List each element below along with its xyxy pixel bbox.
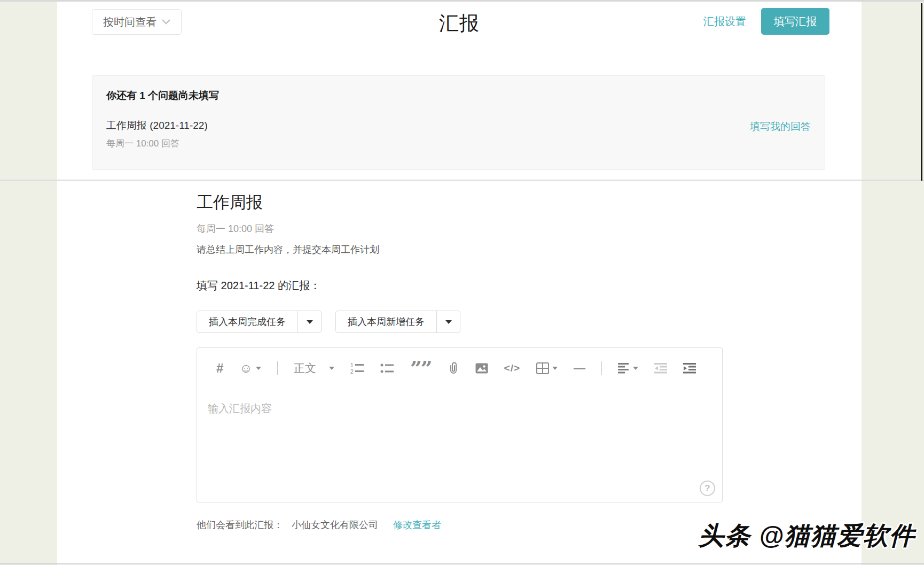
layout-layer: 按时间查看 汇报 汇报设置 填写汇报 你还有 1 个问题尚未填写 工作周报 (2… [57,2,862,565]
viewers-label: 他们会看到此汇报： [197,518,283,531]
report-form: 工作周报 每周一 10:00 回答 请总结上周工作内容，并提交本周工作计划 填写… [197,191,723,531]
outdent-button[interactable] [654,363,667,374]
unanswered-notice-card: 你还有 1 个问题尚未填写 工作周报 (2021-11-22) 每周一 10:0… [92,75,825,170]
insert-done-dropdown-toggle[interactable] [297,311,321,332]
insert-new-dropdown-toggle[interactable] [436,311,460,332]
section-divider [0,180,924,181]
ordered-list-icon: 1 2 [350,362,364,374]
insert-new-tasks-button[interactable]: 插入本周新增任务 [336,311,436,332]
insert-done-split-button: 插入本周完成任务 [197,311,322,333]
fill-report-button[interactable]: 填写汇报 [761,8,829,35]
image-icon [475,363,488,374]
toolbar-divider [601,361,602,375]
notice-item-row: 工作周报 (2021-11-22) 每周一 10:00 回答 填写我的回答 [106,119,811,150]
help-button[interactable]: ? [700,481,715,496]
answer-now-link[interactable]: 填写我的回答 [750,120,811,134]
report-description: 请总结上周工作内容，并提交本周工作计划 [197,243,723,256]
paperclip-icon [448,362,459,375]
report-title: 工作周报 [197,191,723,214]
insert-table-button[interactable] [536,362,558,374]
topic-hash-button[interactable]: # [216,361,223,376]
outdent-icon [654,363,667,374]
alignment-dropdown-button[interactable] [618,363,638,374]
insert-new-split-button: 插入本周新增任务 [335,311,460,333]
code-block-button[interactable]: </> [504,362,520,374]
page: 按时间查看 汇报 汇报设置 填写汇报 你还有 1 个问题尚未填写 工作周报 (2… [0,0,924,565]
right-edge-line [921,3,922,181]
viewers-company: 小仙女文化有限公司 [292,518,378,531]
bullet-list-button[interactable] [380,362,394,374]
report-editor: # ☺ 正文 1 2 [197,347,723,502]
attachment-button[interactable] [448,362,459,375]
notice-item: 工作周报 (2021-11-22) 每周一 10:00 回答 [106,119,208,150]
toolbar-divider [277,361,278,375]
blockquote-button[interactable]: ”” [410,363,432,374]
emoji-icon: ☺ [239,362,253,375]
bottom-divider [0,563,924,564]
caret-down-icon [552,367,558,370]
bullet-list-icon [380,362,394,374]
caret-down-icon [307,320,313,324]
paragraph-style-caret[interactable] [329,367,334,370]
svg-text:1: 1 [350,362,354,368]
question-mark-icon: ? [704,483,710,494]
editor-placeholder: 输入汇报内容 [208,401,272,416]
report-settings-link[interactable]: 汇报设置 [703,14,746,29]
table-icon [536,362,549,374]
svg-text:2: 2 [350,369,354,374]
edit-viewers-link[interactable]: 修改查看者 [393,518,441,531]
insert-image-button[interactable] [475,363,488,374]
quote-icon: ”” [410,363,432,374]
indent-button[interactable] [683,363,696,374]
align-left-icon [618,363,630,374]
caret-down-icon [633,367,638,370]
report-schedule: 每周一 10:00 回答 [197,222,723,235]
caret-down-icon [256,367,261,370]
paragraph-style-label: 正文 [294,361,316,376]
paragraph-style-dropdown[interactable]: 正文 [294,361,316,376]
indent-icon [683,363,696,374]
horizontal-rule-button[interactable]: — [574,361,585,375]
editor-input[interactable]: 输入汇报内容 [197,391,722,487]
insert-buttons-row: 插入本周完成任务 插入本周新增任务 [197,311,723,333]
editor-toolbar: # ☺ 正文 1 2 [197,348,722,376]
emoji-button[interactable]: ☺ [239,362,261,375]
viewers-row: 他们会看到此汇报： 小仙女文化有限公司 修改查看者 [197,518,723,531]
notice-item-title: 工作周报 (2021-11-22) [106,119,208,133]
insert-done-tasks-button[interactable]: 插入本周完成任务 [197,311,297,332]
fill-prompt: 填写 2021-11-22 的汇报： [197,278,723,293]
watermark: 头条 @猫猫爱软件 [699,519,915,553]
notice-item-schedule: 每周一 10:00 回答 [106,137,208,150]
caret-down-icon [329,367,334,370]
caret-down-icon [445,320,452,324]
notice-title: 你还有 1 个问题尚未填写 [106,89,811,103]
ordered-list-button[interactable]: 1 2 [350,362,364,374]
header-actions: 汇报设置 填写汇报 [703,8,829,35]
